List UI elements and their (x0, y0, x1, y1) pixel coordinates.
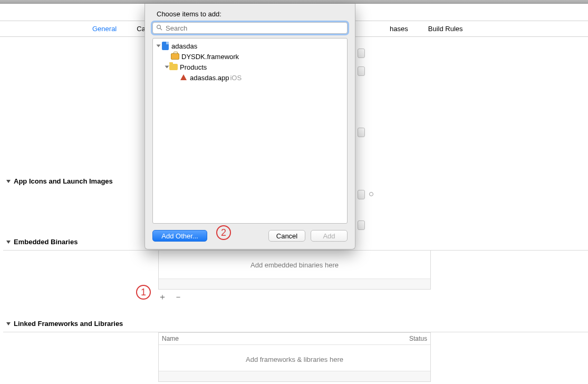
tree-label: adasdas.app (190, 74, 229, 82)
toolbox-icon (171, 52, 179, 61)
embedded-placeholder: Add embedded binaries here (159, 251, 430, 283)
dropdown-stub[interactable] (358, 220, 365, 230)
search-icon (156, 24, 162, 31)
annotation-1: 1 (136, 285, 151, 300)
disclosure-triangle-icon (6, 322, 11, 325)
column-status: Status (409, 335, 427, 342)
tab-build-rules[interactable]: Build Rules (428, 25, 463, 33)
tree-row-project[interactable]: adasdas (153, 41, 347, 51)
disclosure-triangle-icon (157, 45, 161, 47)
section-title: Embedded Binaries (14, 238, 78, 246)
linked-frameworks-list: Name Status Add frameworks & libraries h… (158, 332, 431, 382)
add-embedded-button[interactable]: ＋ (158, 292, 167, 303)
tab-build-phases-partial[interactable]: hases (390, 25, 408, 33)
tree-row-products[interactable]: Products (153, 62, 347, 72)
sheet-title: Choose items to add: (157, 10, 348, 18)
tree-label: DYSDK.framework (181, 53, 239, 61)
add-button[interactable]: Add (311, 230, 348, 242)
tree-label: adasdas (171, 42, 197, 50)
search-input[interactable] (152, 22, 348, 34)
tab-general[interactable]: General (92, 25, 117, 33)
section-header-linked-frameworks[interactable]: Linked Frameworks and Libraries (6, 320, 588, 328)
tree-platform-label: iOS (230, 74, 242, 82)
choose-items-sheet: Choose items to add: adasdas DYSDK.frame… (144, 4, 355, 249)
dropdown-stub[interactable] (358, 190, 365, 199)
add-other-button[interactable]: Add Other... (152, 230, 207, 242)
remove-embedded-button[interactable]: － (174, 292, 182, 303)
dropdown-stub[interactable] (358, 128, 365, 137)
tree-label: Products (180, 63, 207, 71)
dropdown-stub[interactable] (358, 49, 365, 58)
embedded-binaries-list: Add embedded binaries here (158, 251, 431, 290)
project-icon (161, 42, 169, 50)
annotation-2: 2 (216, 225, 231, 240)
disclosure-triangle-icon (165, 66, 169, 69)
svg-line-1 (160, 28, 162, 30)
tree-row-framework[interactable]: DYSDK.framework (153, 51, 347, 62)
app-icon (179, 73, 188, 82)
folder-icon (169, 63, 178, 71)
add-icon[interactable] (369, 192, 373, 196)
file-tree[interactable]: adasdas DYSDK.framework Products adasdas… (152, 38, 348, 224)
column-name: Name (162, 335, 409, 342)
cancel-button[interactable]: Cancel (268, 230, 305, 242)
section-title: Linked Frameworks and Libraries (14, 320, 123, 328)
dropdown-stub[interactable] (358, 66, 365, 76)
disclosure-triangle-icon (6, 180, 11, 183)
svg-point-0 (157, 25, 161, 29)
tree-row-app[interactable]: adasdas.app iOS (153, 72, 347, 83)
section-title: App Icons and Launch Images (14, 177, 113, 185)
disclosure-triangle-icon (6, 241, 11, 244)
